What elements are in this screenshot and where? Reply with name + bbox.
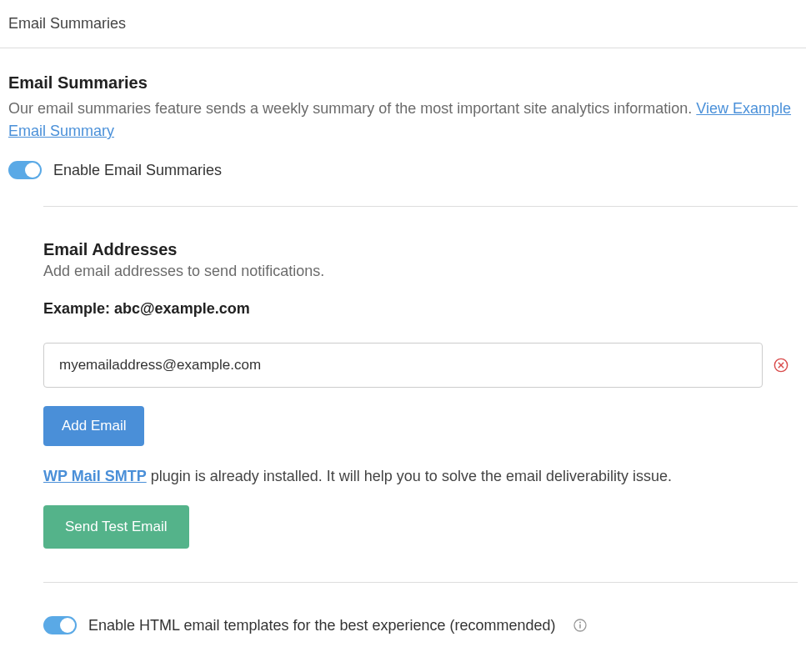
- page-title: Email Summaries: [0, 0, 806, 48]
- html-templates-row: Enable HTML email templates for the best…: [43, 582, 798, 634]
- info-icon[interactable]: [573, 618, 588, 633]
- svg-point-4: [579, 622, 581, 624]
- addresses-title: Email Addresses: [43, 240, 789, 259]
- section-description-text: Our email summaries feature sends a week…: [8, 100, 696, 117]
- enable-summaries-toggle[interactable]: [8, 161, 42, 179]
- section-description: Our email summaries feature sends a week…: [8, 98, 798, 143]
- remove-email-button[interactable]: [773, 357, 789, 374]
- smtp-note: WP Mail SMTP plugin is already installed…: [43, 468, 789, 485]
- html-templates-toggle[interactable]: [43, 616, 77, 634]
- email-summaries-section: Email Summaries Our email summaries feat…: [0, 48, 806, 634]
- svg-rect-5: [579, 624, 581, 629]
- addresses-example: Example: abc@example.com: [43, 300, 789, 318]
- enable-summaries-label: Enable Email Summaries: [53, 162, 222, 179]
- wp-mail-smtp-link[interactable]: WP Mail SMTP: [43, 468, 147, 484]
- enable-summaries-row: Enable Email Summaries: [8, 161, 798, 179]
- add-email-button[interactable]: Add Email: [43, 406, 144, 446]
- email-addresses-section: Email Addresses Add email addresses to s…: [43, 206, 798, 582]
- send-test-email-button[interactable]: Send Test Email: [43, 505, 189, 549]
- addresses-description: Add email addresses to send notification…: [43, 263, 789, 280]
- remove-icon: [773, 358, 788, 373]
- smtp-note-text: plugin is already installed. It will hel…: [147, 468, 672, 484]
- html-templates-label: Enable HTML email templates for the best…: [88, 617, 556, 634]
- toggle-knob: [60, 618, 75, 633]
- section-heading: Email Summaries: [8, 73, 798, 93]
- toggle-knob: [25, 163, 40, 178]
- email-input[interactable]: [43, 343, 763, 388]
- email-row: [43, 343, 789, 388]
